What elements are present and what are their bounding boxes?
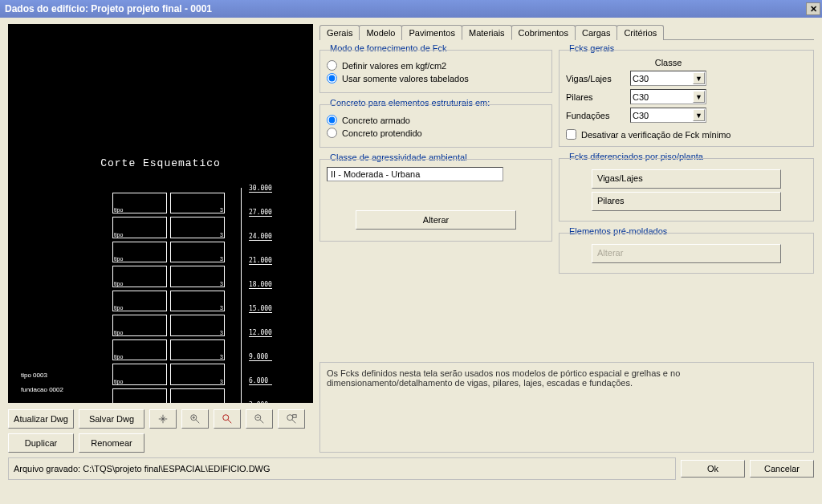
window-title: Dados do edifício: Projeto projeto final… [5, 3, 212, 14]
svg-point-9 [287, 415, 293, 421]
tab-critérios[interactable]: Critérios [616, 25, 664, 40]
duplicate-button[interactable]: Duplicar [8, 433, 74, 453]
radio-concreto-protendido[interactable] [327, 128, 337, 138]
tab-modelo[interactable]: Modelo [359, 25, 402, 40]
chevron-down-icon: ▼ [693, 109, 705, 121]
chevron-down-icon: ▼ [693, 72, 705, 84]
rename-button[interactable]: Renomear [79, 433, 144, 453]
svg-line-5 [228, 420, 231, 423]
radio-kgfcm2[interactable] [327, 60, 337, 71]
zoom-out-icon[interactable] [246, 409, 273, 429]
radio-tabelados[interactable] [327, 73, 337, 83]
tab-cargas[interactable]: Cargas [575, 25, 617, 40]
fck-mode-group: Definir valores em kgf/cm2 Usar somente … [319, 50, 552, 93]
pan-icon[interactable] [149, 409, 177, 429]
tab-pavimentos[interactable]: Pavimentos [401, 25, 462, 40]
aggressiveness-value: II - Moderada - Urbana [327, 167, 503, 181]
pre-moldados-group: Alterar [559, 233, 814, 274]
alterar-premold-button: Alterar [592, 244, 781, 263]
preview-title: Corte Esquematico [8, 157, 313, 169]
fck-select-0[interactable]: C30▼ [630, 71, 706, 86]
cancel-button[interactable]: Cancelar [750, 460, 814, 478]
chevron-down-icon: ▼ [693, 91, 705, 103]
window-titlebar: Dados do edifício: Projeto projeto final… [0, 0, 822, 18]
tab-materiais[interactable]: Materiais [462, 25, 512, 40]
info-text-box: Os Fcks definidos nesta tela serão usado… [319, 362, 814, 453]
fck-label-1: Pilares [566, 92, 630, 102]
fcks-gerais-group: Classe Vigas/LajesC30▼PilaresC30▼Fundaçõ… [559, 50, 814, 147]
aggressiveness-group: II - Moderada - Urbana Alterar [319, 159, 552, 242]
classe-label: Classe [630, 58, 706, 67]
preview-side-label: tipo 0003 [21, 372, 47, 379]
preview-side-label-2: fundacao 0002 [21, 386, 63, 393]
concrete-type-group: Concreto armado Concreto protendido [319, 104, 552, 148]
save-dwg-button[interactable]: Salvar Dwg [79, 409, 144, 429]
svg-line-7 [260, 420, 263, 423]
fck-label-0: Vigas/Lajes [566, 74, 630, 83]
update-dwg-button[interactable]: Atualizar Dwg [8, 409, 74, 429]
tab-gerais[interactable]: Gerais [319, 25, 360, 40]
alterar-agress-button[interactable]: Alterar [356, 210, 516, 230]
svg-rect-11 [293, 415, 296, 418]
fck-select-1[interactable]: C30▼ [630, 89, 706, 104]
ok-button[interactable]: Ok [681, 460, 745, 478]
zoom-extents-icon[interactable] [214, 409, 241, 429]
close-icon[interactable]: ✕ [806, 2, 820, 15]
fck-label-2: Fundações [566, 111, 630, 120]
fck-select-2[interactable]: C30▼ [630, 108, 706, 123]
tab-cobrimentos[interactable]: Cobrimentos [511, 25, 576, 40]
svg-line-1 [196, 420, 199, 423]
zoom-in-icon[interactable] [181, 409, 209, 429]
svg-point-4 [223, 415, 229, 421]
svg-line-10 [292, 420, 295, 423]
fcks-diferenciados-group: Vigas/Lajes Pilares [559, 158, 814, 222]
tab-bar: GeraisModeloPavimentosMateriaisCobriment… [319, 24, 814, 40]
pilares-button[interactable]: Pilares [592, 192, 781, 211]
disable-fck-min-checkbox[interactable] [566, 129, 576, 140]
filepath-label: Arquivo gravado: C:\TQS\projeto final\ES… [8, 457, 676, 480]
drawing-preview: Corte Esquematico 30.00027.00024.00021.0… [8, 24, 313, 403]
vigas-lajes-button[interactable]: Vigas/Lajes [592, 169, 781, 189]
radio-concreto-armado[interactable] [327, 115, 337, 125]
zoom-window-icon[interactable] [278, 409, 305, 429]
